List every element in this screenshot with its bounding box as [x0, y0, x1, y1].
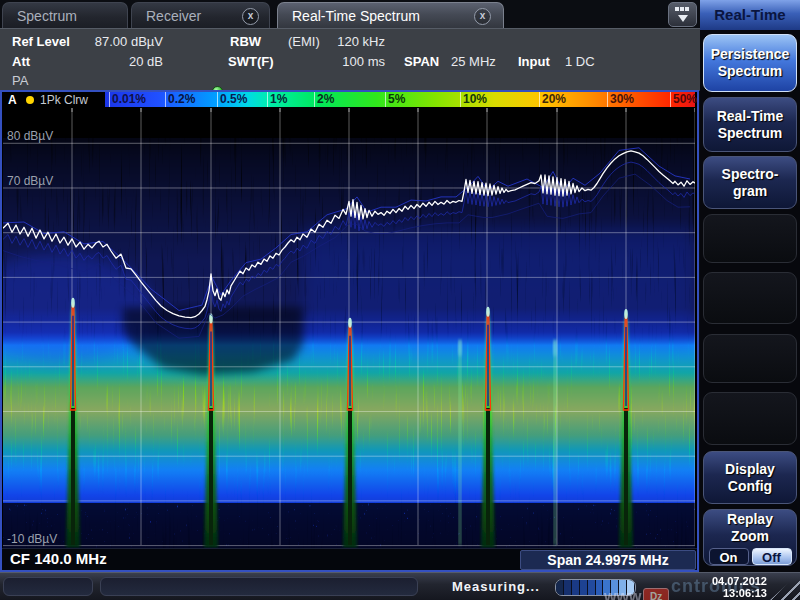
- scale-label: 50%: [673, 92, 697, 106]
- spectrum-plot[interactable]: 80 dBµV70 dBµV-10 dBµV: [3, 108, 695, 548]
- softkey-label: Real-Time: [717, 108, 784, 125]
- instrument-screen: Spectrum Receiver x Real-Time Spectrum x…: [0, 0, 800, 600]
- measurement-status: Measuring...: [452, 579, 540, 594]
- scale-label: 2%: [317, 92, 334, 106]
- scale-label: 0.01%: [112, 92, 146, 106]
- tab-real-time-spectrum[interactable]: Real-Time Spectrum x: [277, 2, 504, 28]
- rbw-value[interactable]: 120 kHz: [300, 34, 385, 49]
- frequency-axis-bar: CF 140.0 MHz Span 24.9975 MHz: [2, 548, 697, 570]
- scale-tick: [109, 92, 110, 107]
- att-value[interactable]: 20 dB: [67, 54, 163, 69]
- trace-info-row: A 1Pk Clrw 0.01%0.2%0.5%1%2%5%10%20%30%5…: [2, 92, 697, 108]
- date-time: 04.07.2012 13:06:13: [712, 575, 767, 599]
- softkey-label: gram: [733, 183, 767, 200]
- softkey-label: Zoom: [731, 528, 769, 545]
- swt-value[interactable]: 100 ms: [300, 54, 385, 69]
- status-field-1: [3, 577, 93, 596]
- softkey-label: Spectro-: [722, 166, 779, 183]
- softkey-empty-2: [703, 272, 797, 324]
- softkey-sidebar: Real-Time Persistence Spectrum Real-Time…: [700, 0, 800, 572]
- tab-list-icon: [675, 7, 689, 11]
- measurement-diagram: A 1Pk Clrw 0.01%0.2%0.5%1%2%5%10%20%30%5…: [0, 90, 699, 572]
- softkey-real-time-spectrum[interactable]: Real-Time Spectrum: [703, 97, 797, 152]
- scale-tick: [314, 92, 315, 107]
- softkey-label: Persistence: [711, 46, 790, 63]
- tab-bar: Spectrum Receiver x Real-Time Spectrum x: [0, 0, 700, 30]
- settings-header: Ref Level 87.00 dBµV RBW (EMI) 120 kHz A…: [0, 28, 700, 91]
- swt-label: SWT(F): [228, 54, 273, 69]
- ref-level-value[interactable]: 87.00 dBµV: [67, 34, 163, 49]
- tab-receiver[interactable]: Receiver x: [131, 2, 270, 28]
- scale-label: 20%: [542, 92, 566, 106]
- replay-zoom-on-toggle[interactable]: On: [709, 548, 749, 565]
- softkey-label: Spectrum: [718, 125, 783, 142]
- scale-label: 0.2%: [168, 92, 195, 106]
- softkey-label: Config: [728, 478, 772, 495]
- scale-label: 1%: [270, 92, 287, 106]
- tab-label: Receiver: [146, 8, 201, 24]
- scale-label: 5%: [388, 92, 405, 106]
- softkey-empty-4: [703, 392, 797, 445]
- input-label: Input: [518, 54, 550, 69]
- span-label: SPAN: [404, 54, 439, 69]
- softkey-persistence-spectrum[interactable]: Persistence Spectrum: [703, 34, 797, 92]
- scale-label: 0.5%: [220, 92, 247, 106]
- tab-spectrum[interactable]: Spectrum: [2, 2, 128, 28]
- span-value[interactable]: 25 MHz: [451, 54, 496, 69]
- softkey-label: Replay: [727, 511, 773, 528]
- chevron-down-icon: [678, 15, 688, 22]
- status-field-2: [100, 577, 418, 596]
- softkey-empty-1: [703, 214, 797, 263]
- softkey-empty-3: [703, 334, 797, 383]
- scale-tick: [670, 92, 671, 107]
- trace-color-dot: [26, 96, 34, 104]
- tab-overflow-button[interactable]: [668, 2, 697, 27]
- softkey-label: Spectrum: [718, 63, 783, 80]
- status-bar: Measuring... www Dz cntronics com 04.07.…: [0, 572, 800, 600]
- svg-text:-10 dBµV: -10 dBµV: [7, 532, 57, 546]
- softkey-spectrogram[interactable]: Spectro- gram: [703, 156, 797, 209]
- trace-mode-label[interactable]: 1Pk Clrw: [40, 93, 88, 107]
- softkey-replay-zoom[interactable]: Replay Zoom On Off: [703, 509, 797, 566]
- softkey-display-config[interactable]: Display Config: [703, 451, 797, 504]
- close-icon[interactable]: x: [242, 8, 259, 25]
- tab-label: Real-Time Spectrum: [292, 8, 420, 24]
- watermark-logo-icon: Dz: [643, 588, 669, 600]
- rbw-label: RBW: [230, 34, 261, 49]
- scale-tick: [165, 92, 166, 107]
- scale-tick: [539, 92, 540, 107]
- resize-grip-icon[interactable]: [769, 573, 800, 600]
- scale-label: 10%: [463, 92, 487, 106]
- scale-label: 30%: [610, 92, 634, 106]
- tab-label: Spectrum: [17, 8, 77, 24]
- att-label: Att: [12, 54, 30, 69]
- softkey-label: Display: [725, 461, 775, 478]
- scale-tick: [217, 92, 218, 107]
- span-readout[interactable]: Span 24.9975 MHz: [520, 550, 696, 570]
- transducer-indicator: PA: [12, 73, 28, 88]
- scale-tick: [607, 92, 608, 107]
- center-frequency[interactable]: CF 140.0 MHz: [10, 550, 107, 567]
- input-value[interactable]: 1 DC: [565, 54, 595, 69]
- sweep-progress-bar: [555, 579, 636, 596]
- softkey-menu-title: Real-Time: [700, 0, 800, 30]
- ref-level-label: Ref Level: [12, 34, 70, 49]
- density-color-scale: 0.01%0.2%0.5%1%2%5%10%20%30%50%: [105, 92, 695, 107]
- date-text: 04.07.2012: [712, 575, 767, 587]
- scale-tick: [460, 92, 461, 107]
- close-icon[interactable]: x: [474, 8, 491, 25]
- svg-text:70 dBµV: 70 dBµV: [7, 174, 53, 188]
- svg-text:80 dBµV: 80 dBµV: [7, 129, 53, 143]
- scale-tick: [385, 92, 386, 107]
- time-text: 13:06:13: [712, 587, 767, 599]
- window-letter: A: [8, 93, 17, 107]
- replay-zoom-off-toggle[interactable]: Off: [752, 548, 792, 565]
- scale-tick: [267, 92, 268, 107]
